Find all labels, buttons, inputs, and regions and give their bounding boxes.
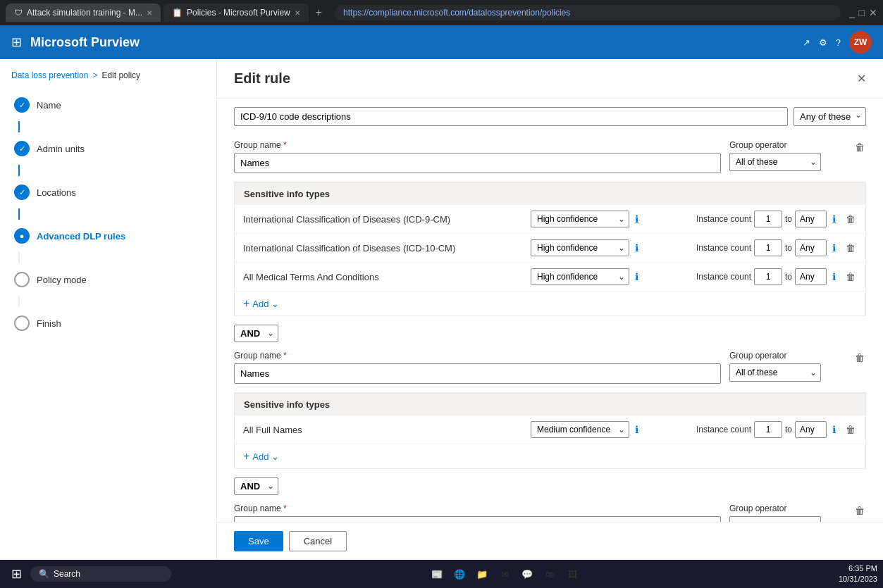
browser-tab-2[interactable]: 📋 Policies - Microsoft Purview ✕: [163, 4, 309, 22]
close-button[interactable]: ✕: [857, 72, 866, 85]
group3-delete-button[interactable]: 🗑: [853, 503, 866, 518]
confidence-select-2[interactable]: High confidence Medium confidence Low co…: [531, 239, 629, 256]
and-select-wrap-1: AND OR: [234, 325, 278, 342]
taskbar-icon-photos[interactable]: 🖼: [562, 564, 582, 584]
minimize-icon[interactable]: ⎯: [849, 7, 855, 18]
tab2-close[interactable]: ✕: [295, 9, 300, 17]
and-select-1[interactable]: AND OR: [234, 325, 278, 342]
wizard-step-name[interactable]: ✓ Name: [11, 92, 205, 118]
maximize-icon[interactable]: □: [859, 7, 865, 18]
taskbar-icon-news[interactable]: 📰: [427, 564, 447, 584]
any-of-these-dropdown[interactable]: Any of these All of these: [794, 107, 866, 126]
filter-input[interactable]: [234, 107, 788, 126]
instance-label-fullnames: Instance count: [696, 425, 751, 434]
to-label-1: to: [785, 214, 792, 224]
wizard-step-policy-mode[interactable]: Policy mode: [11, 266, 205, 293]
group2-name-section: Group name *: [234, 351, 721, 384]
add-button-1[interactable]: + Add ⌄: [235, 292, 865, 315]
cancel-button[interactable]: Cancel: [289, 531, 347, 551]
help-icon[interactable]: ?: [836, 37, 841, 48]
taskbar-search[interactable]: 🔍 Search: [30, 566, 171, 582]
row2-delete-button[interactable]: 🗑: [844, 241, 857, 255]
group2-name-input[interactable]: [234, 363, 721, 384]
confidence-select-fullnames[interactable]: Medium confidence High confidence Low co…: [531, 421, 629, 438]
taskbar-icon-explorer[interactable]: 📁: [472, 564, 492, 584]
share-icon[interactable]: ↗: [803, 37, 810, 48]
app-header-right: ↗ ⚙ ? ZW: [803, 31, 872, 54]
add-chevron-1: ⌄: [271, 299, 279, 309]
close-window-icon[interactable]: ✕: [869, 7, 877, 18]
info-icon-2[interactable]: ℹ: [635, 242, 638, 254]
required-star-2: *: [283, 351, 287, 361]
group1-operator-wrap: All of these Any of these: [729, 153, 821, 171]
group1-operator-label: Group operator: [729, 140, 786, 150]
filter-dropdown-wrap: Any of these All of these: [794, 107, 866, 126]
wizard-step-advanced-dlp[interactable]: ● Advanced DLP rules: [11, 223, 205, 249]
sidebar: Data loss prevention > Edit policy ✓ Nam…: [0, 59, 217, 588]
address-bar[interactable]: https://compliance.microsoft.com/datalos…: [335, 5, 840, 20]
instance-from-fullnames[interactable]: [754, 421, 782, 438]
taskbar-icon-mail[interactable]: ✉: [495, 564, 514, 584]
avatar[interactable]: ZW: [849, 31, 872, 54]
breadcrumb-parent[interactable]: Data loss prevention: [11, 70, 88, 80]
step-label-admin-units: Admin units: [37, 144, 85, 154]
group2-delete-button[interactable]: 🗑: [853, 351, 866, 365]
sensitive-info-section-2: Sensitive info types All Full Names Medi…: [234, 392, 866, 469]
fullnames-delete-button[interactable]: 🗑: [844, 423, 857, 437]
wizard-step-admin-units[interactable]: ✓ Admin units: [11, 135, 205, 162]
info-icon-1[interactable]: ℹ: [635, 213, 638, 225]
info-icon-3[interactable]: ℹ: [635, 271, 638, 282]
info-icon-3b[interactable]: ℹ: [832, 271, 836, 282]
settings-icon[interactable]: ⚙: [819, 37, 827, 48]
group3-operator-label: Group operator: [729, 503, 786, 513]
save-button[interactable]: Save: [234, 531, 283, 551]
add-button-2[interactable]: + Add ⌄: [235, 444, 865, 468]
row3-delete-button[interactable]: 🗑: [844, 270, 857, 284]
info-icon-2b[interactable]: ℹ: [832, 242, 836, 254]
wizard-step-finish[interactable]: Finish: [11, 310, 205, 337]
info-icon-fullnames-b[interactable]: ℹ: [832, 424, 836, 435]
instance-from-3[interactable]: [754, 268, 782, 285]
instance-to-1[interactable]: [795, 211, 827, 227]
group1-name-input[interactable]: [234, 153, 721, 173]
taskbar-icon-store[interactable]: 🛍: [540, 564, 560, 584]
group3-name-label: Group name *: [234, 503, 721, 513]
taskbar-icon-edge[interactable]: 🌐: [450, 564, 469, 584]
time-display: 6:35 PM 10/31/2023: [839, 563, 877, 585]
grid-icon[interactable]: ⊞: [11, 35, 22, 50]
group1-delete-button[interactable]: 🗑: [853, 140, 866, 154]
taskbar-icon-teams[interactable]: 💬: [517, 564, 537, 584]
step-circle-locations: ✓: [14, 184, 30, 200]
and-select-2[interactable]: AND OR: [234, 477, 278, 495]
tab1-close[interactable]: ✕: [147, 9, 152, 17]
info-label-1: International Classification of Diseases…: [243, 214, 525, 225]
new-tab-button[interactable]: +: [311, 6, 326, 19]
browser-tab-1[interactable]: 🛡 Attack simulation training - M... ✕: [6, 4, 161, 22]
instance-from-1[interactable]: [754, 211, 782, 227]
confidence-select-3[interactable]: High confidence Medium confidence Low co…: [531, 268, 629, 285]
info-icon-fullnames[interactable]: ℹ: [635, 424, 638, 435]
instance-to-3[interactable]: [795, 268, 827, 285]
panel-header: Edit rule ✕: [217, 59, 883, 99]
row1-delete-button[interactable]: 🗑: [844, 212, 857, 226]
add-icon-1: +: [243, 297, 249, 310]
info-label-fullnames: All Full Names: [243, 425, 525, 435]
section1-header: Sensitive info types: [235, 182, 865, 205]
info-icon-1b[interactable]: ℹ: [832, 213, 836, 225]
step-line-1: [18, 121, 20, 132]
group2-operator-select[interactable]: All of these Any of these: [729, 363, 821, 382]
instance-to-fullnames[interactable]: [795, 421, 827, 438]
instance-from-2[interactable]: [754, 239, 782, 256]
taskbar-right: 6:35 PM 10/31/2023: [839, 563, 877, 585]
start-button[interactable]: ⊞: [6, 563, 27, 584]
confidence-select-1[interactable]: High confidence Medium confidence Low co…: [531, 211, 629, 227]
group2-operator-label: Group operator: [729, 351, 786, 361]
wizard-step-locations[interactable]: ✓ Locations: [11, 179, 205, 206]
search-icon: 🔍: [39, 569, 49, 579]
step-circle-name: ✓: [14, 97, 30, 113]
instance-to-2[interactable]: [795, 239, 827, 256]
group1-operator-select[interactable]: All of these Any of these: [729, 153, 821, 171]
tab2-label: Policies - Microsoft Purview: [187, 8, 290, 18]
add-chevron-2: ⌄: [271, 451, 279, 462]
info-label-3: All Medical Terms And Conditions: [243, 272, 525, 282]
